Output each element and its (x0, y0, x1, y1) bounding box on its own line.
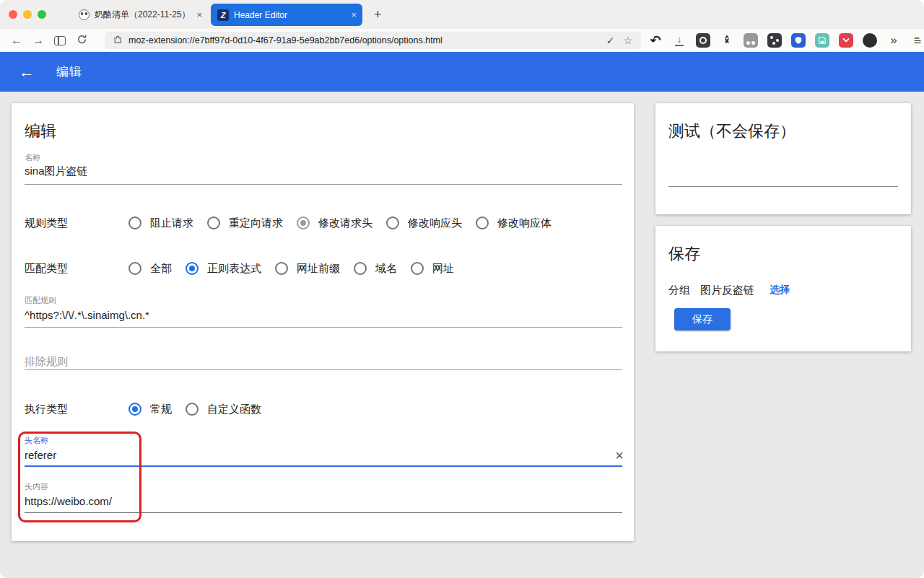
extension-dots-icon[interactable] (767, 33, 782, 48)
match-type-label: 匹配类型 (25, 262, 128, 276)
exclude-rule-underline (25, 369, 622, 370)
undo-arrow-icon[interactable]: ↶ (648, 33, 663, 48)
overflow-chevrons-icon[interactable]: » (886, 33, 901, 48)
name-field-label: 名称 (25, 152, 40, 163)
header-editor-favicon-icon: Z (217, 9, 229, 21)
forward-icon[interactable]: → (27, 34, 49, 47)
radio-exec-custom-function[interactable]: 自定义函数 (186, 403, 261, 416)
header-name-input[interactable]: referer (25, 449, 56, 461)
radio-match-all[interactable]: 全部 (128, 262, 172, 276)
radio-modify-response-body[interactable]: 修改响应体 (476, 216, 552, 230)
edit-card-title: 编辑 (25, 121, 56, 142)
address-bar[interactable]: moz-extension://e7bff97d-0d10-4f67-91a9-… (105, 32, 641, 49)
exclude-rule-input[interactable]: 排除规则 (25, 355, 68, 369)
tab-title: 奶酪清单（2022-11-25）- 奔跑中 (95, 9, 191, 21)
group-label: 分组 (668, 284, 690, 297)
tab-bar: 奶酪清单（2022-11-25）- 奔跑中 × Z Header Editor … (0, 0, 924, 29)
header-name-label: 头名称 (25, 435, 48, 446)
radio-match-url-prefix[interactable]: 网址前缀 (275, 262, 340, 276)
rule-type-label: 规则类型 (25, 216, 128, 230)
header-value-input[interactable]: https://weibo.com/ (25, 495, 112, 507)
url-text: moz-extension://e7bff97d-0d10-4f67-91a9-… (128, 35, 606, 45)
tab-header-editor[interactable]: Z Header Editor × (211, 4, 362, 26)
radio-match-url[interactable]: 网址 (411, 262, 454, 276)
save-button[interactable]: 保存 (674, 308, 731, 330)
url-check-icon[interactable]: ✓ (606, 35, 615, 46)
new-tab-button[interactable]: + (370, 6, 386, 24)
radio-match-domain[interactable]: 域名 (354, 262, 397, 276)
screenshot-camera-icon[interactable] (696, 33, 710, 48)
header-value-underline (25, 512, 622, 513)
match-type-row: 匹配类型 全部 正则表达式 网址前缀 域名 网址 (25, 260, 622, 277)
extension-page-icon (113, 34, 123, 47)
navigation-toolbar: ← → moz-extension://e7bff97d-0d10-4f67-9… (0, 29, 924, 52)
exec-type-label: 执行类型 (25, 403, 128, 416)
radio-exec-normal[interactable]: 常规 (128, 403, 172, 416)
hamburger-menu-icon[interactable]: ≡ (910, 33, 924, 48)
traffic-lights (9, 10, 46, 19)
save-floppy-icon[interactable] (815, 33, 829, 48)
header-name-underline (25, 465, 622, 467)
rule-type-row: 规则类型 阻止请求 重定向请求 修改请求头 修改响应头 修改响应体 (25, 214, 622, 232)
match-rule-input[interactable]: ^https?:\/\/.*\.sinaimg\.cn.* (25, 309, 149, 321)
group-value: 图片反盗链 (700, 284, 754, 297)
radio-modify-response-header[interactable]: 修改响应头 (386, 216, 462, 230)
save-card-title: 保存 (668, 243, 700, 265)
close-tab-icon[interactable]: × (196, 9, 202, 20)
pocket-icon[interactable] (839, 33, 853, 48)
password-shield-icon[interactable] (791, 33, 806, 48)
panda-extension-icon[interactable] (863, 33, 877, 48)
clear-field-icon[interactable]: × (615, 447, 624, 464)
page-background: 编辑 名称 sina图片盗链 规则类型 阻止请求 重定向请求 修改请求头 修改响… (0, 92, 924, 578)
bookmark-star-icon[interactable]: ☆ (623, 35, 632, 46)
rocket-icon[interactable] (720, 33, 734, 48)
match-rule-underline (25, 327, 622, 328)
group-row: 分组 图片反盗链 (668, 284, 754, 297)
reload-icon[interactable] (71, 34, 92, 48)
sidebar-toggle-icon[interactable] (54, 36, 66, 45)
radio-match-regex[interactable]: 正则表达式 (186, 262, 261, 276)
cheese-list-favicon-icon (79, 9, 90, 20)
choose-group-link[interactable]: 选择 (770, 284, 790, 297)
exec-type-row: 执行类型 常规 自定义函数 (25, 400, 622, 418)
window-close-button[interactable] (9, 10, 17, 19)
match-rule-label: 匹配规则 (25, 295, 56, 306)
radio-block-request[interactable]: 阻止请求 (128, 216, 193, 230)
radio-modify-request-header[interactable]: 修改请求头 (297, 216, 372, 230)
close-tab-icon[interactable]: × (351, 9, 357, 20)
test-input-underline[interactable] (668, 186, 898, 187)
app-header-bar: ← 编辑 (0, 52, 924, 92)
header-value-label: 头内容 (25, 481, 48, 492)
back-icon[interactable]: ← (6, 34, 27, 47)
firefox-window: 奶酪清单（2022-11-25）- 奔跑中 × Z Header Editor … (0, 0, 924, 578)
download-icon[interactable]: ↓ (672, 33, 687, 48)
window-minimize-button[interactable] (23, 10, 32, 19)
tab-cheese-list[interactable]: 奶酪清单（2022-11-25）- 奔跑中 × (72, 4, 208, 26)
app-title: 编辑 (56, 64, 82, 80)
window-zoom-button[interactable] (38, 10, 46, 19)
tab-title: Header Editor (234, 10, 345, 20)
name-field-underline (25, 184, 622, 185)
test-card-title: 测试（不会保存） (668, 121, 796, 142)
test-card: 测试（不会保存） (655, 103, 911, 214)
split-tabs-icon[interactable] (744, 33, 758, 48)
edit-card: 编辑 名称 sina图片盗链 规则类型 阻止请求 重定向请求 修改请求头 修改响… (12, 103, 634, 541)
extension-button-row: ↶ ↓ » ≡ (648, 32, 924, 49)
radio-redirect-request[interactable]: 重定向请求 (207, 216, 283, 230)
app-back-arrow-icon[interactable]: ← (19, 63, 35, 82)
name-field-input[interactable]: sina图片盗链 (25, 165, 88, 178)
save-card: 保存 分组 图片反盗链 选择 保存 (655, 226, 911, 351)
